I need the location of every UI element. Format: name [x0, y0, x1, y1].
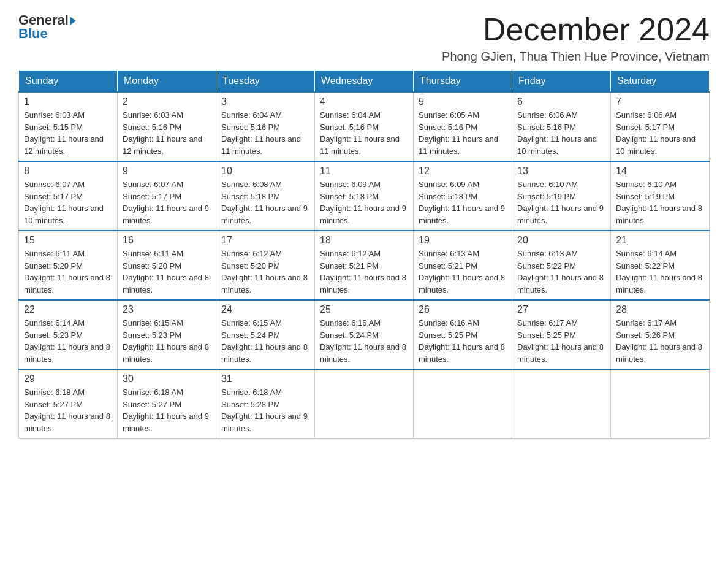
day-number: 22: [24, 304, 112, 315]
calendar-cell: 23 Sunrise: 6:15 AM Sunset: 5:23 PM Dayl…: [118, 300, 216, 369]
day-number: 12: [419, 166, 507, 177]
sunrise-text: Sunrise: 6:09 AM: [320, 180, 381, 189]
sunrise-text: Sunrise: 6:11 AM: [24, 249, 85, 258]
calendar-cell: 16 Sunrise: 6:11 AM Sunset: 5:20 PM Dayl…: [118, 231, 216, 300]
calendar-cell: 1 Sunrise: 6:03 AM Sunset: 5:15 PM Dayli…: [19, 92, 118, 161]
sunset-text: Sunset: 5:18 PM: [221, 192, 280, 201]
calendar-cell: 20 Sunrise: 6:13 AM Sunset: 5:22 PM Dayl…: [512, 231, 611, 300]
sunrise-text: Sunrise: 6:13 AM: [419, 249, 479, 258]
sunrise-text: Sunrise: 6:17 AM: [517, 318, 578, 327]
sunset-text: Sunset: 5:26 PM: [616, 331, 675, 340]
day-number: 5: [419, 96, 507, 107]
column-header-wednesday: Wednesday: [315, 71, 414, 93]
daylight-text: Daylight: 11 hours and 11 minutes.: [320, 134, 400, 156]
sunset-text: Sunset: 5:21 PM: [320, 261, 379, 270]
sunrise-text: Sunrise: 6:03 AM: [123, 110, 183, 120]
day-number: 9: [123, 166, 211, 177]
calendar-cell: 9 Sunrise: 6:07 AM Sunset: 5:17 PM Dayli…: [118, 161, 216, 231]
day-info: Sunrise: 6:10 AM Sunset: 5:19 PM Dayligh…: [517, 178, 605, 226]
day-number: 23: [123, 304, 211, 315]
sunrise-text: Sunrise: 6:18 AM: [123, 388, 183, 397]
daylight-text: Daylight: 11 hours and 9 minutes.: [517, 204, 604, 225]
calendar-table: SundayMondayTuesdayWednesdayThursdayFrid…: [18, 70, 710, 439]
sunrise-text: Sunrise: 6:04 AM: [221, 110, 282, 120]
month-title: December 2024: [442, 12, 710, 47]
column-header-friday: Friday: [512, 71, 611, 93]
sunset-text: Sunset: 5:17 PM: [24, 192, 83, 201]
daylight-text: Daylight: 11 hours and 8 minutes.: [123, 342, 209, 364]
calendar-cell: 28 Sunrise: 6:17 AM Sunset: 5:26 PM Dayl…: [611, 300, 710, 369]
day-number: 4: [320, 96, 408, 107]
sunrise-text: Sunrise: 6:06 AM: [616, 110, 677, 120]
sunset-text: Sunset: 5:25 PM: [517, 331, 576, 340]
sunrise-text: Sunrise: 6:11 AM: [123, 249, 183, 258]
sunrise-text: Sunrise: 6:16 AM: [320, 318, 381, 327]
sunrise-text: Sunrise: 6:12 AM: [221, 249, 282, 258]
calendar-week-row: 1 Sunrise: 6:03 AM Sunset: 5:15 PM Dayli…: [19, 92, 710, 161]
daylight-text: Daylight: 11 hours and 10 minutes.: [517, 134, 597, 156]
day-info: Sunrise: 6:09 AM Sunset: 5:18 PM Dayligh…: [419, 178, 507, 226]
daylight-text: Daylight: 11 hours and 8 minutes.: [517, 342, 604, 364]
day-info: Sunrise: 6:14 AM Sunset: 5:22 PM Dayligh…: [616, 248, 704, 296]
sunset-text: Sunset: 5:19 PM: [517, 192, 576, 201]
calendar-cell: [414, 369, 512, 439]
daylight-text: Daylight: 11 hours and 8 minutes.: [320, 342, 406, 364]
sunrise-text: Sunrise: 6:14 AM: [24, 318, 85, 327]
daylight-text: Daylight: 11 hours and 9 minutes.: [123, 412, 209, 433]
daylight-text: Daylight: 11 hours and 8 minutes.: [616, 204, 702, 225]
sunrise-text: Sunrise: 6:04 AM: [320, 110, 381, 120]
day-info: Sunrise: 6:17 AM Sunset: 5:26 PM Dayligh…: [616, 317, 704, 365]
sunset-text: Sunset: 5:20 PM: [123, 261, 181, 270]
column-header-monday: Monday: [118, 71, 216, 93]
calendar-cell: [611, 369, 710, 439]
sunrise-text: Sunrise: 6:18 AM: [221, 388, 282, 397]
sunrise-text: Sunrise: 6:17 AM: [616, 318, 677, 327]
sunset-text: Sunset: 5:25 PM: [419, 331, 477, 340]
day-info: Sunrise: 6:09 AM Sunset: 5:18 PM Dayligh…: [320, 178, 408, 226]
calendar-cell: 17 Sunrise: 6:12 AM Sunset: 5:20 PM Dayl…: [216, 231, 315, 300]
calendar-week-row: 8 Sunrise: 6:07 AM Sunset: 5:17 PM Dayli…: [19, 161, 710, 231]
sunrise-text: Sunrise: 6:10 AM: [616, 180, 677, 189]
sunrise-text: Sunrise: 6:08 AM: [221, 180, 282, 189]
sunset-text: Sunset: 5:24 PM: [320, 331, 379, 340]
sunset-text: Sunset: 5:23 PM: [24, 331, 83, 340]
day-info: Sunrise: 6:16 AM Sunset: 5:25 PM Dayligh…: [419, 317, 507, 365]
sunset-text: Sunset: 5:28 PM: [221, 400, 280, 409]
daylight-text: Daylight: 11 hours and 8 minutes.: [123, 273, 209, 294]
calendar-cell: 26 Sunrise: 6:16 AM Sunset: 5:25 PM Dayl…: [414, 300, 512, 369]
day-info: Sunrise: 6:05 AM Sunset: 5:16 PM Dayligh…: [419, 109, 507, 157]
calendar-cell: 30 Sunrise: 6:18 AM Sunset: 5:27 PM Dayl…: [118, 369, 216, 439]
day-number: 3: [221, 96, 309, 107]
day-number: 15: [24, 235, 112, 246]
location-text: Phong GJien, Thua Thien Hue Province, Vi…: [442, 50, 710, 64]
sunrise-text: Sunrise: 6:09 AM: [419, 180, 479, 189]
day-number: 19: [419, 235, 507, 246]
day-info: Sunrise: 6:13 AM Sunset: 5:22 PM Dayligh…: [517, 248, 605, 296]
sunrise-text: Sunrise: 6:05 AM: [419, 110, 479, 120]
daylight-text: Daylight: 11 hours and 8 minutes.: [24, 342, 110, 364]
sunset-text: Sunset: 5:21 PM: [419, 261, 477, 270]
daylight-text: Daylight: 11 hours and 8 minutes.: [517, 273, 604, 294]
day-number: 2: [123, 96, 211, 107]
daylight-text: Daylight: 11 hours and 8 minutes.: [24, 412, 110, 433]
sunset-text: Sunset: 5:20 PM: [221, 261, 280, 270]
day-info: Sunrise: 6:12 AM Sunset: 5:21 PM Dayligh…: [320, 248, 408, 296]
sunrise-text: Sunrise: 6:16 AM: [419, 318, 479, 327]
calendar-cell: 29 Sunrise: 6:18 AM Sunset: 5:27 PM Dayl…: [19, 369, 118, 439]
day-info: Sunrise: 6:14 AM Sunset: 5:23 PM Dayligh…: [24, 317, 112, 365]
day-number: 20: [517, 235, 605, 246]
sunset-text: Sunset: 5:16 PM: [320, 123, 379, 132]
day-info: Sunrise: 6:06 AM Sunset: 5:17 PM Dayligh…: [616, 109, 704, 157]
sunset-text: Sunset: 5:17 PM: [123, 192, 181, 201]
calendar-cell: 13 Sunrise: 6:10 AM Sunset: 5:19 PM Dayl…: [512, 161, 611, 231]
sunrise-text: Sunrise: 6:10 AM: [517, 180, 578, 189]
day-number: 7: [616, 96, 704, 107]
calendar-cell: 4 Sunrise: 6:04 AM Sunset: 5:16 PM Dayli…: [315, 92, 414, 161]
day-info: Sunrise: 6:04 AM Sunset: 5:16 PM Dayligh…: [221, 109, 309, 157]
day-info: Sunrise: 6:10 AM Sunset: 5:19 PM Dayligh…: [616, 178, 704, 226]
calendar-cell: 7 Sunrise: 6:06 AM Sunset: 5:17 PM Dayli…: [611, 92, 710, 161]
calendar-cell: 24 Sunrise: 6:15 AM Sunset: 5:24 PM Dayl…: [216, 300, 315, 369]
day-number: 16: [123, 235, 211, 246]
calendar-week-row: 15 Sunrise: 6:11 AM Sunset: 5:20 PM Dayl…: [19, 231, 710, 300]
sunrise-text: Sunrise: 6:15 AM: [221, 318, 282, 327]
